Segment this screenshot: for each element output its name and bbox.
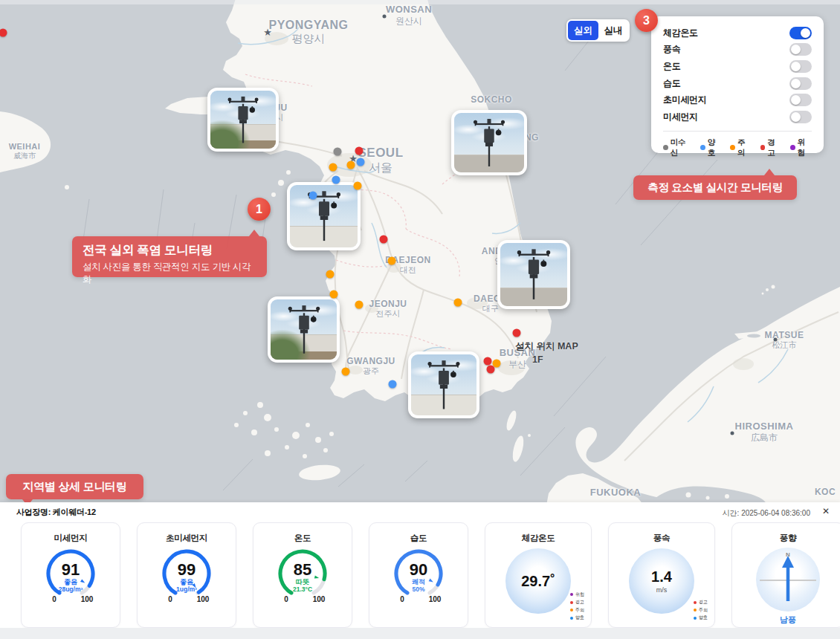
weather-station-device [465,115,512,172]
city-label-fukuoka: FUKUOKA [590,487,642,499]
legend-item: 양호 [700,137,722,158]
mini-legend-item: 주의 [694,607,708,614]
station-marker[interactable] [347,161,355,169]
city-dot [774,338,778,342]
mini-legend-item: 양호 [570,614,584,621]
svg-text:21.3°C: 21.3°C [293,586,312,593]
station-marker[interactable] [354,182,362,190]
weather-station-device [281,302,326,359]
mini-legend-item: 경고 [570,599,584,606]
station-photo[interactable] [207,88,279,152]
heat-monitoring-dashboard: PYONGYANG평양시★WONSAN원산시SOKCHOHAEJU해주시GANG… [0,0,840,639]
station-marker[interactable] [513,329,521,337]
layer-toggle-2[interactable] [789,60,812,73]
mini-legend-item: 주의 [570,607,584,614]
close-icon[interactable]: ✕ [822,506,830,516]
layer-toggle-5[interactable] [789,111,812,123]
gauge-title: 미세먼지 [22,533,120,544]
station-marker[interactable] [389,380,397,389]
svg-text:0: 0 [284,595,288,603]
svg-text:90: 90 [410,560,427,579]
layer-panel: 체감온도풍속온도습도초미세먼지미세먼지 미수신양호주의경고위험 [651,16,824,153]
callout-3-pointer [764,169,775,175]
station-marker[interactable] [329,163,337,172]
station-marker[interactable] [330,291,338,299]
station-photo[interactable] [408,351,479,418]
city-dot [731,432,734,435]
station-photo[interactable] [268,296,340,363]
callout-1-title: 전국 실외 폭염 모니터링 [83,242,256,259]
mini-legend-item: 양호 [694,614,708,621]
city-label-koc: KOC [815,487,836,497]
callout-nationwide-monitoring: 전국 실외 폭염 모니터링 설치 사진을 통한 직관적인 지도 기반 시각화 [72,236,267,277]
svg-text:1ug/m³: 1ug/m³ [176,586,197,593]
gauge-title: 온도 [253,533,352,544]
station-photo[interactable] [497,240,570,309]
gauge-title: 초미세먼지 [138,533,236,544]
sphere-gauge: 29.7˚ [505,548,571,614]
gauge-card-풍향: 풍향N남풍 [731,522,840,628]
svg-text:85: 85 [294,560,311,579]
legend-item: 위험 [790,137,812,158]
svg-text:100: 100 [429,595,442,603]
weather-station-device [511,245,557,305]
station-photo[interactable] [287,182,361,250]
outdoor-button[interactable]: 실외 [568,21,598,40]
layer-toggle-1[interactable] [789,43,812,56]
indoor-button[interactable]: 실내 [598,21,629,40]
layer-label: 체감온도 [663,27,698,39]
gauge-title: 체감온도 [485,533,591,544]
gauge-card-온도: 온도85따뜻21.3°C0100 [253,522,352,628]
station-photo[interactable] [451,110,527,175]
legend-item: 주의 [730,137,752,158]
sphere-gauge: 1.4m/s [629,548,694,614]
station-marker[interactable] [484,357,492,366]
weather-station-device [421,357,466,414]
callout-3-title: 측정 요소별 실시간 모니터링 [647,181,783,195]
station-marker[interactable] [380,236,388,244]
svg-text:따뜻: 따뜻 [296,578,309,586]
layer-toggle-3[interactable] [789,77,812,90]
legend-dot [663,145,668,150]
wind-compass: N [756,548,820,612]
city-label-wonsan: WONSAN원산시 [386,4,432,26]
svg-text:91: 91 [62,560,80,579]
gauge-title: 풍향 [732,533,840,544]
station-marker[interactable] [487,366,495,374]
layer-toggle-4[interactable] [789,94,812,106]
callout-realtime-monitoring: 측정 요소별 실시간 모니터링 [633,175,797,200]
mini-legend-item: 위험 [570,591,584,598]
callout-1-pointer [249,230,259,236]
city-label-seoul: SEOUL서울 [358,146,403,175]
city-label-pyongyang: PYONGYANG평양시 [268,18,348,45]
panel-bottom-strip [0,628,840,639]
gauge-card-체감온도: 체감온도29.7˚위험경고주의양호 [485,522,592,628]
legend-dot [730,145,735,150]
site-name-label: 사업장명: 케이웨더-12 [16,507,96,518]
mode-toggle-group: 실외 실내 [566,19,630,42]
layer-label: 초미세먼지 [663,94,707,106]
city-label-gwangju: GWANGJU광주 [346,356,395,377]
station-marker[interactable] [332,176,340,184]
station-marker[interactable] [357,158,365,166]
station-marker[interactable] [388,257,396,265]
svg-text:99: 99 [178,560,196,579]
station-marker[interactable] [355,147,364,155]
svg-text:좋음: 좋음 [180,578,193,586]
station-marker[interactable] [342,368,350,376]
legend-dot [700,145,705,150]
station-marker[interactable] [309,192,317,200]
step-badge-3: 3 [635,9,658,32]
gauge-card-미세먼지: 미세먼지91좋음28ug/m³0100 [21,522,120,628]
layer-label: 습도 [663,77,680,90]
station-marker[interactable] [326,270,335,279]
station-marker[interactable] [334,148,342,156]
station-marker[interactable] [454,299,462,307]
layer-toggle-0[interactable] [789,27,812,39]
callout-1-subtitle: 설치 사진을 통한 직관적인 지도 기반 시각화 [83,261,256,286]
station-marker[interactable] [355,301,364,309]
city-label-sokcho: SOKCHO [471,94,512,105]
layer-label: 미세먼지 [663,111,698,123]
wind-direction-label: 남풍 [732,614,840,626]
svg-text:좋음: 좋음 [64,578,77,586]
